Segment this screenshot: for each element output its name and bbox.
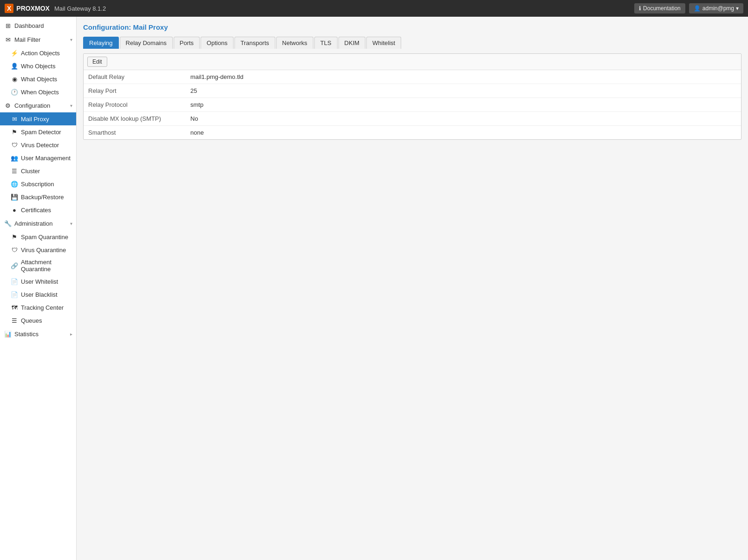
table-row: Relay Port25 [84, 84, 741, 98]
page-title: Configuration: Mail Proxy [83, 23, 741, 31]
spam-detector-icon: ⚑ [10, 128, 19, 136]
sidebar-item-who-objects[interactable]: 👤 Who Objects [0, 59, 76, 72]
sidebar-item-label: Administration [14, 220, 52, 227]
queues-icon: ☰ [10, 316, 19, 325]
attachment-quarantine-icon: 🔗 [10, 261, 19, 270]
tab-networks[interactable]: Networks [276, 37, 313, 49]
chevron-down-icon: ▾ [70, 221, 72, 226]
sidebar: ⊞ Dashboard ✉ Mail Filter ▾ ⚡ Action Obj… [0, 17, 77, 560]
sidebar-item-dashboard[interactable]: ⊞ Dashboard [0, 19, 76, 33]
backup-restore-icon: 💾 [10, 193, 19, 201]
user-management-icon: 👥 [10, 154, 19, 162]
sidebar-item-user-management[interactable]: 👥 User Management [0, 151, 76, 164]
chevron-down-icon: ▾ [70, 103, 72, 108]
header: X PROXMOX Mail Gateway 8.1.2 ℹ Documenta… [0, 0, 748, 17]
tab-whitelist[interactable]: Whitelist [366, 37, 401, 49]
logo-brand: PROXMOX [16, 5, 50, 12]
sidebar-item-action-objects[interactable]: ⚡ Action Objects [0, 46, 76, 59]
sidebar-item-label: User Management [21, 155, 71, 162]
when-objects-icon: 🕐 [10, 88, 19, 96]
administration-icon: 🔧 [4, 219, 12, 228]
config-table: Default Relaymail1.pmg-demo.tldRelay Por… [84, 70, 741, 139]
sidebar-item-mail-proxy[interactable]: ✉ Mail Proxy [0, 112, 76, 125]
sidebar-item-certificates[interactable]: ● Certificates [0, 203, 76, 216]
config-key: Relay Protocol [84, 98, 186, 112]
sidebar-item-label: Configuration [14, 102, 50, 109]
sidebar-item-attachment-quarantine[interactable]: 🔗 Attachment Quarantine [0, 256, 76, 275]
sidebar-item-label: Virus Detector [21, 142, 59, 149]
sidebar-item-virus-quarantine[interactable]: 🛡 Virus Quarantine [0, 243, 76, 256]
documentation-button[interactable]: ℹ Documentation [634, 3, 685, 13]
sidebar-item-what-objects[interactable]: ◉ What Objects [0, 72, 76, 85]
sidebar-item-label: What Objects [21, 76, 57, 83]
sidebar-item-label: Backup/Restore [21, 194, 64, 201]
sidebar-item-label: Virus Quarantine [21, 247, 66, 254]
config-key: Default Relay [84, 70, 186, 84]
tab-options[interactable]: Options [201, 37, 234, 49]
spam-quarantine-icon: ⚑ [10, 233, 19, 241]
sidebar-item-when-objects[interactable]: 🕐 When Objects [0, 85, 76, 98]
info-icon: ℹ [639, 5, 641, 12]
sidebar-item-administration[interactable]: 🔧 Administration ▾ [0, 216, 76, 230]
logo: X PROXMOX [5, 4, 50, 13]
tab-transports[interactable]: Transports [234, 37, 275, 49]
sidebar-item-statistics[interactable]: 📊 Statistics ▸ [0, 327, 76, 341]
sidebar-item-configuration[interactable]: ⚙ Configuration ▾ [0, 98, 76, 112]
sidebar-item-queues[interactable]: ☰ Queues [0, 314, 76, 327]
tab-tls[interactable]: TLS [314, 37, 338, 49]
sidebar-item-backup-restore[interactable]: 💾 Backup/Restore [0, 190, 76, 203]
sidebar-item-label: Spam Detector [21, 129, 61, 136]
table-row: Disable MX lookup (SMTP)No [84, 112, 741, 126]
sidebar-item-user-whitelist[interactable]: 📄 User Whitelist [0, 275, 76, 288]
tab-relaying[interactable]: Relaying [83, 37, 119, 49]
sidebar-item-label: Mail Filter [14, 36, 40, 43]
sidebar-item-virus-detector[interactable]: 🛡 Virus Detector [0, 138, 76, 151]
config-value: 25 [186, 84, 741, 98]
tab-dkim[interactable]: DKIM [338, 37, 366, 49]
sidebar-item-tracking-center[interactable]: 🗺 Tracking Center [0, 301, 76, 314]
logo-x: X [5, 4, 13, 13]
header-title: Mail Gateway 8.1.2 [54, 5, 106, 12]
config-value: mail1.pmg-demo.tld [186, 70, 741, 84]
sidebar-item-label: Cluster [21, 168, 40, 175]
table-row: Smarthostnone [84, 126, 741, 140]
chevron-down-icon: ▾ [736, 5, 739, 12]
sidebar-item-cluster[interactable]: ☰ Cluster [0, 164, 76, 177]
main-layout: ⊞ Dashboard ✉ Mail Filter ▾ ⚡ Action Obj… [0, 17, 748, 560]
dashboard-icon: ⊞ [4, 21, 12, 30]
sidebar-item-label: User Blacklist [21, 291, 58, 298]
edit-button[interactable]: Edit [87, 57, 107, 67]
tracking-center-icon: 🗺 [10, 303, 19, 312]
tab-relay-domains[interactable]: Relay Domains [120, 37, 173, 49]
table-row: Default Relaymail1.pmg-demo.tld [84, 70, 741, 84]
sidebar-item-label: Subscription [21, 181, 54, 188]
sidebar-item-label: Statistics [14, 331, 39, 338]
config-key: Relay Port [84, 84, 186, 98]
user-icon: 👤 [694, 5, 701, 12]
mail-proxy-icon: ✉ [10, 115, 19, 123]
mail-filter-icon: ✉ [4, 35, 12, 44]
tab-ports[interactable]: Ports [174, 37, 200, 49]
sidebar-item-label: Dashboard [14, 22, 44, 29]
sidebar-item-subscription[interactable]: 🌐 Subscription [0, 177, 76, 190]
sidebar-item-label: Tracking Center [21, 304, 64, 311]
sidebar-item-label: Attachment Quarantine [21, 259, 72, 273]
what-objects-icon: ◉ [10, 75, 19, 83]
admin-button[interactable]: 👤 admin@pmg ▾ [689, 3, 743, 13]
sidebar-item-label: Action Objects [21, 50, 60, 57]
user-whitelist-icon: 📄 [10, 277, 19, 286]
sidebar-item-spam-quarantine[interactable]: ⚑ Spam Quarantine [0, 230, 76, 243]
sidebar-item-label: Certificates [21, 207, 51, 214]
sidebar-item-user-blacklist[interactable]: 📄 User Blacklist [0, 288, 76, 301]
cluster-icon: ☰ [10, 167, 19, 175]
config-key: Disable MX lookup (SMTP) [84, 112, 186, 126]
user-blacklist-icon: 📄 [10, 290, 19, 299]
sidebar-item-label: Spam Quarantine [21, 234, 68, 241]
sidebar-item-mail-filter[interactable]: ✉ Mail Filter ▾ [0, 33, 76, 46]
config-value: No [186, 112, 741, 126]
virus-detector-icon: 🛡 [10, 141, 19, 149]
sidebar-item-label: Who Objects [21, 63, 55, 70]
action-objects-icon: ⚡ [10, 49, 19, 57]
sidebar-item-spam-detector[interactable]: ⚑ Spam Detector [0, 125, 76, 138]
configuration-icon: ⚙ [4, 101, 12, 110]
